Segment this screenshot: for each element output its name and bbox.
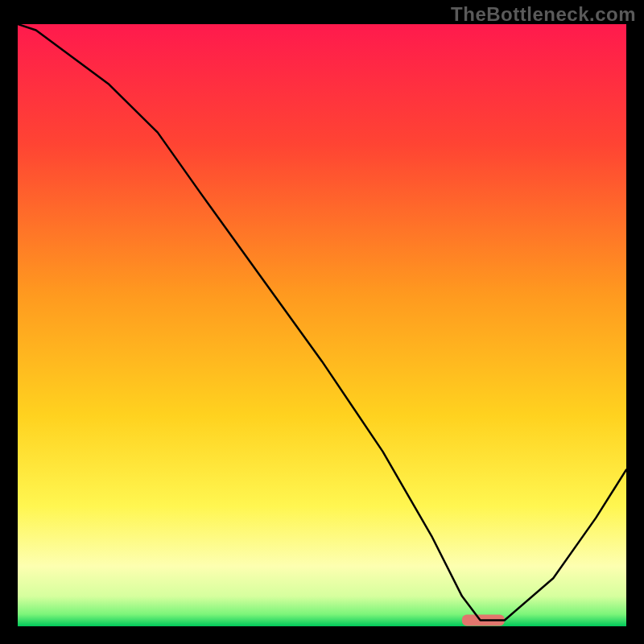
chart-svg (18, 24, 626, 626)
plot-area (18, 24, 626, 626)
chart-frame: TheBottleneck.com (0, 0, 644, 644)
watermark-text: TheBottleneck.com (451, 3, 636, 26)
gradient-background (18, 24, 626, 626)
